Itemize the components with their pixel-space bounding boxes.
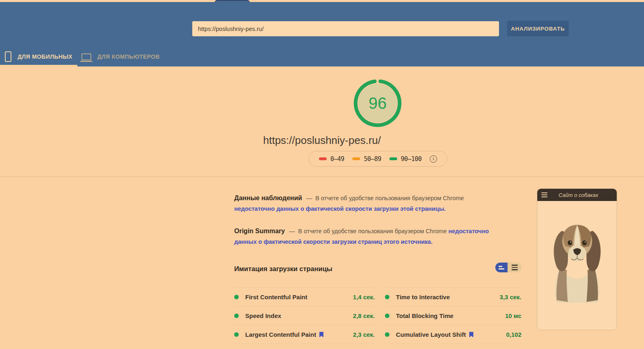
tab-desktop-label: ДЛЯ КОМПЬЮТЕРОВ <box>97 53 160 60</box>
origin-summary-paragraph: Origin Summary— В отчете об удобстве пол… <box>234 226 501 247</box>
device-tabs: ДЛЯ МОБИЛЬНЫХ ДЛЯ КОМПЬЮТЕРОВ <box>0 47 164 66</box>
legend-item-average: 50–89 <box>352 155 381 163</box>
field-data-text: В отчете об удобстве пользования браузер… <box>315 195 464 201</box>
mobile-preview-card: Сайт о собаках <box>537 188 617 330</box>
field-data-paragraph: Данные наблюдений— В отчете об удобстве … <box>234 193 501 214</box>
green-status-dot-icon <box>234 332 239 337</box>
bookmark-icon <box>469 331 474 338</box>
green-status-dot-icon <box>234 295 239 299</box>
list-view-icon <box>512 265 518 266</box>
url-input[interactable] <box>192 21 499 36</box>
metric-row-lcp: Largest Contentful Paint 2,3 сек. <box>234 325 375 344</box>
metrics-column-right: Time to Interactive 3,3 сек. Total Block… <box>385 287 521 344</box>
preview-header: Сайт о собаках <box>537 189 617 201</box>
metric-row-tbt: Total Blocking Time 10 мс <box>385 306 521 325</box>
performance-gauge: 96 <box>353 79 402 128</box>
metric-row-speed-index: Speed Index 2,8 сек. <box>234 306 375 325</box>
green-status-dot-icon <box>385 295 389 299</box>
bookmark-icon <box>319 331 324 338</box>
list-view-button[interactable] <box>508 263 521 272</box>
metric-row-fcp: First Contentful Paint 1,4 сек. <box>234 287 375 306</box>
view-toggle <box>495 263 521 272</box>
preview-site-title: Сайт о собаках <box>547 192 613 198</box>
score-legend: 0–49 50–89 90–100 i <box>309 151 447 167</box>
orange-dash-icon <box>352 157 360 160</box>
field-data-title: Данные наблюдений <box>234 194 302 201</box>
green-status-dot-icon <box>234 314 239 318</box>
field-data-separator: — <box>306 195 312 201</box>
origin-summary-separator: — <box>289 228 295 234</box>
tab-desktop[interactable]: ДЛЯ КОМПЬЮТЕРОВ <box>77 47 164 66</box>
green-status-dot-icon <box>385 314 389 318</box>
green-status-dot-icon <box>385 332 389 337</box>
red-dash-icon <box>319 157 327 160</box>
info-icon[interactable]: i <box>430 155 437 163</box>
metrics-column-left: First Contentful Paint 1,4 сек. Speed In… <box>234 287 375 344</box>
score-section: 96 https://poslushniy-pes.ru/ 0–49 50–89… <box>0 66 644 177</box>
compact-view-icon <box>499 266 502 267</box>
legend-item-fail: 0–49 <box>319 155 344 163</box>
page-url-title: https://poslushniy-pes.ru/ <box>0 134 644 147</box>
metric-row-cls: Cumulative Layout Shift 0,102 <box>385 325 521 344</box>
green-dash-icon <box>389 157 397 160</box>
metric-row-tti: Time to Interactive 3,3 сек. <box>385 287 521 306</box>
hamburger-icon <box>541 192 547 197</box>
laptop-icon <box>81 53 91 60</box>
origin-summary-text: В отчете об удобстве пользования браузер… <box>298 228 447 234</box>
lab-data-title: Имитация загрузки страницы <box>234 265 332 273</box>
legend-item-good: 90–100 <box>389 155 422 163</box>
field-data-link[interactable]: недостаточно данных о фактической скорос… <box>234 205 446 212</box>
origin-summary-title: Origin Summary <box>234 228 285 234</box>
tab-mobile[interactable]: ДЛЯ МОБИЛЬНЫХ <box>0 47 77 66</box>
phone-icon <box>5 51 11 62</box>
score-value: 96 <box>369 94 387 112</box>
header: АНАЛИЗИРОВАТЬ ДЛЯ МОБИЛЬНЫХ ДЛЯ КОМПЬЮТЕ… <box>0 2 644 66</box>
analyze-button[interactable]: АНАЛИЗИРОВАТЬ <box>507 21 569 36</box>
pagespeed-insights-page: АНАЛИЗИРОВАТЬ ДЛЯ МОБИЛЬНЫХ ДЛЯ КОМПЬЮТЕ… <box>0 0 644 349</box>
compact-view-button[interactable] <box>495 263 508 272</box>
dog-illustration <box>537 207 617 304</box>
gauge-svg: 96 <box>353 79 402 128</box>
tab-mobile-label: ДЛЯ МОБИЛЬНЫХ <box>18 53 73 60</box>
